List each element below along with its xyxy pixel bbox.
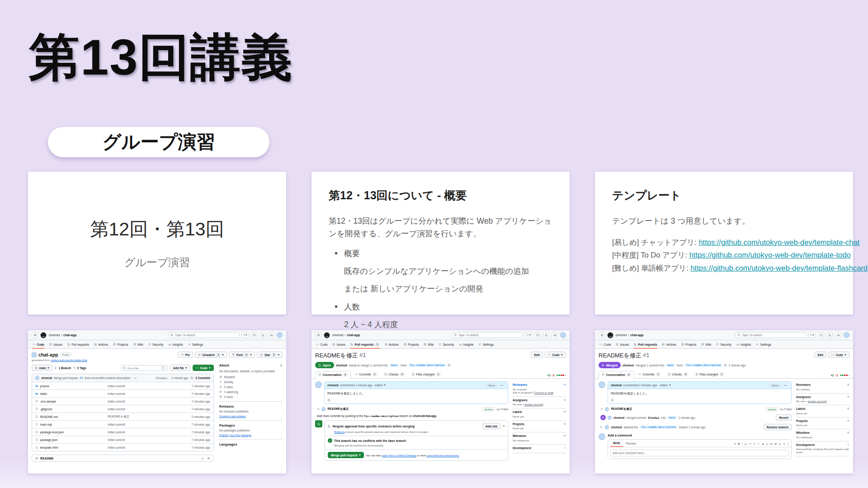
tab-code[interactable]: Code [30, 340, 47, 348]
pull-requests-icon-button[interactable] [826, 332, 833, 338]
gear-icon[interactable] [847, 419, 850, 422]
gear-icon[interactable] [563, 399, 566, 402]
tags-link[interactable]: 0 Tags [73, 366, 86, 370]
tab-insights[interactable]: Insights [166, 340, 185, 348]
breadcrumb[interactable]: chvmvd/chat-app [49, 333, 76, 337]
copy-icon[interactable] [724, 364, 727, 367]
tab-security[interactable]: Security [436, 340, 456, 348]
pull-requests-icon-button[interactable] [543, 332, 549, 338]
emoji-reaction-button[interactable] [611, 399, 614, 402]
tab-files-changed[interactable]: Files changed1 [692, 371, 727, 378]
pull-requests-icon-button[interactable] [259, 332, 266, 338]
comment-author[interactable]: chvmvd [327, 384, 338, 387]
reviewers-title[interactable]: Reviewers [513, 383, 527, 386]
go-to-file-input[interactable] [127, 366, 160, 370]
restore-branch-button[interactable]: Restore branch [764, 424, 792, 430]
head-branch-chip[interactable]: fix-readme-description [684, 364, 722, 367]
pr-author[interactable]: chvmvd [336, 364, 347, 367]
tab-wiki[interactable]: Wiki [131, 340, 146, 348]
tab-commits[interactable]: Commits1 [635, 371, 664, 378]
tab-checks[interactable]: Checks0 [381, 371, 408, 378]
commit-pr-link[interactable]: #1 [80, 376, 83, 380]
numbered-list-icon[interactable]: ⒈ [757, 442, 760, 446]
file-row[interactable]: .env.sampleInitial commit7 minutes ago [32, 397, 213, 405]
bold-icon[interactable]: B [738, 442, 740, 445]
tab-issues[interactable]: Issues [330, 340, 348, 348]
breadcrumb[interactable]: chvmvd/chat-app [616, 333, 643, 337]
tab-projects[interactable]: Projects [679, 340, 699, 348]
star-button[interactable]: Star0 [257, 352, 283, 358]
tab-conversation[interactable]: Conversation0 [599, 371, 634, 379]
base-branch-chip[interactable]: main [666, 364, 675, 367]
search-input[interactable] [742, 333, 804, 337]
cli-instructions-link[interactable]: command line instructions. [427, 454, 459, 457]
add-rule-button[interactable]: Add rule [482, 423, 501, 429]
search-input[interactable] [175, 333, 237, 337]
gear-icon[interactable] [563, 434, 566, 437]
gear-icon[interactable] [847, 383, 850, 386]
template-flashcard-link[interactable]: https://github.com/utokyo-web-dev/templa… [690, 264, 868, 272]
tab-code[interactable]: Code [597, 340, 613, 348]
tab-issues[interactable]: Issues [613, 340, 631, 348]
commit-message[interactable]: from chvmvd/fix-readme-description [85, 376, 131, 380]
verified-badge[interactable]: Verified [482, 407, 495, 412]
gear-icon[interactable] [279, 364, 283, 367]
file-row[interactable]: package-lock.jsonInitial commit7 minutes… [32, 428, 213, 436]
outline-list-icon[interactable] [207, 457, 210, 460]
tab-security[interactable]: Security [146, 340, 166, 348]
code-button[interactable]: Code [828, 352, 849, 358]
rulesets-link[interactable]: Rulesets [334, 430, 345, 433]
tab-actions[interactable]: Actions [382, 340, 401, 348]
file-row[interactable]: .gitignoreInitial commit7 minutes ago [32, 405, 213, 413]
copy-icon[interactable] [448, 364, 451, 367]
convert-to-draft-link[interactable]: Convert to draft [534, 391, 553, 394]
create-release-link[interactable]: Create a new release [219, 414, 246, 418]
user-avatar[interactable] [844, 332, 849, 338]
tab-projects[interactable]: Projects [401, 340, 421, 348]
commits-count[interactable]: 3 Commits [195, 376, 210, 380]
create-new-button[interactable]: + [809, 332, 816, 338]
code-button[interactable]: Code [193, 365, 214, 371]
tab-security[interactable]: Security [714, 340, 734, 348]
file-row[interactable]: package.jsonInitial commit7 minutes ago [32, 436, 213, 443]
tab-commits[interactable]: Commits1 [352, 371, 380, 378]
readme-label[interactable]: README [40, 457, 53, 460]
tab-settings[interactable]: Settings [754, 340, 774, 348]
global-search[interactable] [735, 332, 807, 338]
commit-message[interactable]: Merge pull request [54, 376, 78, 380]
inbox-icon-button[interactable] [268, 332, 274, 338]
cross-reference-icon[interactable]: ↻ [779, 442, 781, 446]
comment-more-button[interactable]: ⋯ [499, 383, 505, 388]
inbox-icon-button[interactable] [552, 332, 558, 338]
tab-projects[interactable]: Projects [111, 340, 131, 348]
file-row[interactable]: prismaInitial commit7 minutes ago [32, 382, 213, 389]
commit-hash[interactable]: bcff9b0 [780, 408, 792, 411]
template-source-link[interactable]: utokyo-web-dev/template-chat [51, 359, 87, 361]
repo-name[interactable]: chat-app [38, 352, 58, 357]
base-branch-chip[interactable]: main [668, 416, 677, 419]
file-row[interactable]: template.htmlInitial commit7 minutes ago [32, 443, 213, 451]
about-readme-item[interactable]: Readme [219, 375, 283, 379]
edit-button[interactable]: Edit [531, 352, 542, 358]
head-branch-chip[interactable]: fix-readme-description [408, 364, 446, 367]
code-button[interactable]: Code [545, 352, 566, 358]
comment-more-button[interactable]: ⋯ [783, 383, 788, 388]
gear-icon[interactable] [847, 407, 850, 410]
issues-icon-button[interactable] [818, 332, 824, 338]
comment-avatar[interactable] [599, 381, 605, 388]
tab-issues[interactable]: Issues [47, 340, 65, 348]
tab-code[interactable]: Code [314, 340, 330, 348]
issues-icon-button[interactable] [534, 332, 541, 338]
publish-package-link[interactable]: Publish your first package [219, 433, 251, 436]
base-branch-chip[interactable]: main [390, 364, 399, 367]
gear-icon[interactable] [563, 383, 566, 386]
pin-button[interactable]: Pin [178, 352, 193, 358]
tab-actions[interactable]: Actions [92, 340, 110, 348]
tab-pull-requests[interactable]: Pull requests [632, 340, 659, 348]
close-icon[interactable]: ✕ [502, 424, 505, 428]
tab-insights[interactable]: Insights [457, 340, 476, 348]
gear-icon[interactable] [847, 431, 850, 434]
packages-title[interactable]: Packages [219, 423, 283, 427]
user-avatar[interactable] [560, 332, 566, 338]
gear-icon[interactable] [563, 422, 566, 426]
